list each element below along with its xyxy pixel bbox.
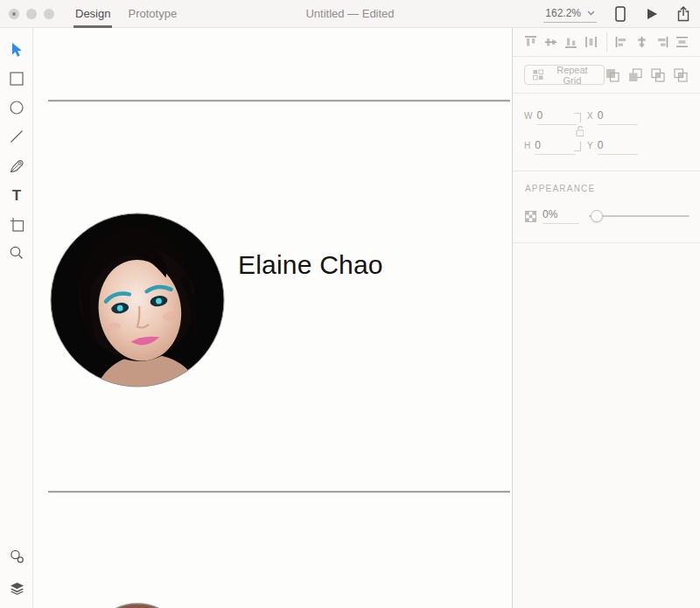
pen-tool-icon[interactable] (0, 157, 33, 173)
tools-panel: T (0, 28, 33, 608)
text-tool-glyph: T (12, 188, 21, 203)
y-field: Y (587, 139, 638, 155)
boolean-add-icon[interactable] (605, 67, 620, 83)
opacity-input[interactable] (542, 208, 579, 224)
contact-avatar[interactable] (50, 213, 225, 388)
opacity-row (525, 208, 691, 224)
inspector-panel: Repeat Grid (513, 28, 700, 608)
repeat-grid-button[interactable]: Repeat Grid (524, 65, 605, 85)
height-label: H (524, 141, 530, 150)
appearance-section: APPEARANCE (513, 171, 700, 243)
x-input[interactable] (598, 109, 638, 125)
align-bottom-icon[interactable] (561, 33, 581, 51)
alignment-divider (606, 32, 607, 52)
align-top-icon[interactable] (521, 33, 541, 51)
share-icon[interactable] (676, 6, 691, 22)
partial-head-graphic (100, 598, 175, 608)
boolean-ops (605, 67, 689, 83)
align-right-icon[interactable] (652, 33, 672, 51)
divider-line-top[interactable] (48, 100, 510, 101)
height-input[interactable] (535, 139, 575, 155)
y-input[interactable] (598, 139, 638, 155)
align-left-icon[interactable] (611, 33, 631, 51)
boolean-subtract-icon[interactable] (627, 67, 643, 83)
object-actions-row: Repeat Grid (513, 56, 700, 93)
next-contact-avatar-partial[interactable] (100, 598, 175, 608)
zoom-level-value: 162.2% (545, 7, 581, 19)
titlebar: Design Prototype Untitled — Edited 162.2… (0, 0, 700, 28)
artboard-canvas[interactable]: Elaine Chao (33, 28, 513, 608)
alignment-toolbar (513, 28, 700, 56)
minimize-window-button[interactable] (26, 9, 37, 19)
divider-line-bottom[interactable] (48, 491, 510, 493)
zoom-window-button[interactable] (44, 9, 54, 19)
opacity-slider[interactable] (589, 210, 691, 222)
tab-design[interactable]: Design (66, 0, 119, 28)
close-window-button[interactable] (9, 9, 19, 19)
boolean-exclude-icon[interactable] (673, 67, 689, 83)
tab-prototype-label: Prototype (128, 7, 177, 20)
tab-design-label: Design (75, 7, 110, 20)
lock-aspect-ratio-icon[interactable] (570, 110, 584, 154)
transform-section: W H X Y (513, 93, 700, 171)
align-center-icon[interactable] (632, 33, 652, 51)
ellipse-tool-icon[interactable] (0, 100, 33, 115)
opacity-checkerboard-icon (525, 211, 536, 222)
align-middle-icon[interactable] (541, 33, 561, 51)
traffic-lights (0, 9, 66, 19)
play-icon[interactable] (644, 6, 660, 22)
line-tool-icon[interactable] (0, 129, 33, 144)
artboard-tool-icon[interactable] (0, 216, 33, 232)
x-field: X (587, 109, 638, 125)
text-tool-icon[interactable]: T (0, 187, 33, 203)
tab-prototype[interactable]: Prototype (119, 0, 186, 28)
select-tool-icon[interactable] (0, 42, 33, 58)
device-preview-icon[interactable] (612, 6, 628, 22)
repeat-grid-icon (533, 69, 543, 80)
titlebar-controls: 162.2% (543, 0, 691, 28)
contact-name-text[interactable]: Elaine Chao (238, 250, 383, 280)
y-label: Y (587, 141, 593, 150)
adobe-xd-window: Design Prototype Untitled — Edited 162.2… (0, 0, 700, 608)
rectangle-tool-icon[interactable] (0, 71, 33, 87)
height-field: H (524, 139, 575, 155)
app-body: T (0, 28, 700, 608)
assets-icon[interactable] (0, 549, 33, 564)
layers-icon[interactable] (0, 581, 33, 597)
distribute-horizontal-icon[interactable] (581, 33, 601, 51)
zoom-level-dropdown[interactable]: 162.2% (543, 5, 597, 23)
avatar-portrait (50, 213, 225, 388)
x-label: X (587, 111, 593, 121)
repeat-grid-label: Repeat Grid (549, 65, 596, 86)
distribute-vertical-icon[interactable] (672, 33, 692, 51)
chevron-down-icon (586, 9, 595, 17)
opacity-slider-handle[interactable] (591, 210, 603, 222)
boolean-intersect-icon[interactable] (650, 67, 666, 83)
opacity-slider-track[interactable] (589, 215, 690, 217)
width-field: W (524, 109, 577, 125)
width-label: W (524, 111, 532, 121)
zoom-tool-icon[interactable] (0, 245, 33, 261)
appearance-heading: APPEARANCE (525, 184, 595, 193)
